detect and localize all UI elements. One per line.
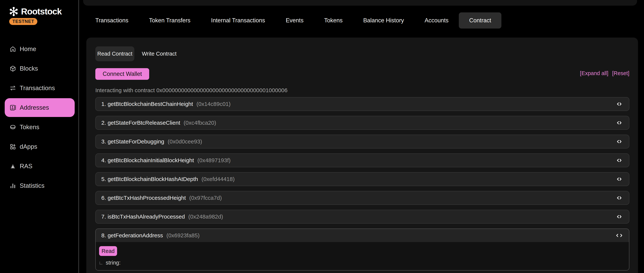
sidebar-item-label: Tokens [20,124,40,131]
sidebar-item-dapps[interactable]: dApps [5,137,75,156]
function-row-header[interactable]: 5. getBtcBlockchainBlockHashAtDepth (0xe… [96,173,629,186]
brand-name: Rootstock [21,6,62,17]
sidebar-item-label: dApps [20,143,37,150]
expand-all-link[interactable]: [Expand all] [580,70,608,76]
function-name: getBtcBlockchainInitialBlockHeight [108,157,194,163]
function-output-line: ∟ string: [99,260,120,266]
tab-internal-transactions[interactable]: Internal Transactions [201,13,276,29]
function-row-getbtcblockchainblockhashatdepth: 5. getBtcBlockchainBlockHashAtDepth (0xe… [95,172,629,186]
contract-panel: Read Contract Write Contract Connect Wal… [86,38,638,273]
tokens-icon [10,124,16,131]
function-row-getbtcblockchainbestchainheight: 1. getBtcBlockchainBestChainHeight (0x14… [95,97,629,111]
rootstock-logo[interactable]: Rootstock [9,6,62,17]
function-selector: (0x4897193f) [198,157,230,163]
tab-balance-history[interactable]: Balance History [353,13,414,29]
sidebar-item-transactions[interactable]: Transactions [5,79,75,97]
function-label: 2. getStateForBtcReleaseClient (0xc4fbca… [101,120,216,126]
reset-link[interactable]: [Reset] [612,70,629,76]
function-name: getBtcBlockchainBlockHashAtDepth [108,176,198,182]
addresses-icon [10,104,16,111]
function-selector: (0x14c89c01) [196,101,230,107]
function-selector: (0xefd44418) [202,176,235,182]
code-icon[interactable] [615,137,623,146]
function-label: 5. getBtcBlockchainBlockHashAtDepth (0xe… [101,176,234,182]
sidebar-item-home[interactable]: Home [5,40,75,58]
sidebar-item-label: Transactions [20,85,55,92]
connect-wallet-button[interactable]: Connect Wallet [95,68,149,80]
function-label: 6. getBtcTxHashProcessedHeight (0x97fcca… [101,195,222,201]
sidebar: Rootstock TESTNET Home Blocks Transactio… [0,0,78,273]
function-index: 1. [101,101,106,107]
tab-token-transfers[interactable]: Token Transfers [139,13,201,29]
read-button[interactable]: Read [99,246,117,256]
sidebar-item-statistics[interactable]: Statistics [5,176,75,195]
sidebar-item-ras[interactable]: RAS [5,157,75,176]
code-icon[interactable] [615,212,623,221]
function-index: 8. [101,232,106,238]
function-name: getBtcTxHashProcessedHeight [108,195,186,201]
function-label: 3. getStateForDebugging (0x0d0cee93) [101,138,202,145]
function-row-getbtctxhashprocessedheight: 6. getBtcTxHashProcessedHeight (0x97fcca… [95,191,629,205]
code-icon[interactable] [615,194,623,202]
function-row-header[interactable]: 8. getFederationAddress (0x6923fa85) [96,229,629,242]
function-row-getfederationaddress: 8. getFederationAddress (0x6923fa85) Rea… [95,228,629,270]
function-row-header[interactable]: 1. getBtcBlockchainBestChainHeight (0x14… [96,97,629,111]
sidebar-item-label: Home [20,46,36,53]
function-row-header[interactable]: 4. getBtcBlockchainInitialBlockHeight (0… [96,154,629,167]
statistics-icon [10,182,16,189]
tab-accounts[interactable]: Accounts [414,13,459,29]
function-row-header[interactable]: 2. getStateForBtcReleaseClient (0xc4fbca… [96,116,629,129]
code-icon[interactable] [615,119,623,127]
tab-write-contract[interactable]: Write Contract [134,46,184,61]
address-tabbar: Transactions Token Transfers Internal Tr… [85,13,502,29]
function-index: 5. [101,176,106,182]
tab-transactions[interactable]: Transactions [85,13,139,29]
sidebar-nav: Home Blocks Transactions Addresses Token… [0,40,78,196]
function-row-getstatefordebugging: 3. getStateForDebugging (0x0d0cee93) [95,135,629,149]
function-name: getBtcBlockchainBestChainHeight [108,101,193,107]
function-expanded-body: Read ∟ string: [96,242,629,270]
tab-tokens[interactable]: Tokens [314,13,353,29]
function-row-header[interactable]: 6. getBtcTxHashProcessedHeight (0x97fcca… [96,191,629,204]
tab-label: Token Transfers [149,17,190,24]
function-label: 1. getBtcBlockchainBestChainHeight (0x14… [101,101,230,107]
sidebar-item-blocks[interactable]: Blocks [5,59,75,78]
function-name: getStateForBtcReleaseClient [108,120,180,126]
tab-events[interactable]: Events [276,13,314,29]
transactions-icon [10,85,16,92]
function-selector: (0x0d0cee93) [168,138,202,145]
function-row-header[interactable]: 3. getStateForDebugging (0x0d0cee93) [96,135,629,148]
function-label: 8. getFederationAddress (0x6923fa85) [101,232,200,239]
function-name: getStateForDebugging [108,138,164,145]
function-list: 1. getBtcBlockchainBestChainHeight (0x14… [95,97,629,273]
code-icon[interactable] [615,156,623,164]
sidebar-item-label: RAS [20,163,32,170]
ras-icon [10,163,16,170]
function-index: 7. [101,213,106,220]
testnet-badge: TESTNET [9,18,37,25]
code-icon[interactable] [615,175,623,183]
function-row-header[interactable]: 7. isBtcTxHashAlreadyProcessed (0x248a98… [96,210,629,223]
code-wide-icon[interactable] [615,231,623,239]
function-index: 3. [101,138,106,145]
function-index: 4. [101,157,106,163]
sidebar-item-addresses[interactable]: Addresses [5,98,75,117]
tab-label: Events [286,17,304,24]
output-type-label: string: [106,260,120,266]
write-contract-label: Write Contract [142,51,176,57]
function-index: 6. [101,195,106,201]
function-selector: (0xc4fbca20) [184,120,216,126]
interacting-with-contract-text: Interacting with contract 0x000000000000… [95,87,288,94]
sidebar-item-tokens[interactable]: Tokens [5,118,75,137]
function-row-isbtctxhashalreadyprocessed: 7. isBtcTxHashAlreadyProcessed (0x248a98… [95,210,629,224]
function-label: 7. isBtcTxHashAlreadyProcessed (0x248a98… [101,213,223,220]
sidebar-item-label: Blocks [20,65,38,72]
tab-label: Balance History [363,17,404,24]
function-index: 2. [101,120,106,126]
rootstock-logo-icon [9,6,19,17]
tab-read-contract[interactable]: Read Contract [95,46,134,61]
contract-subtabs: Read Contract Write Contract [95,46,184,61]
code-icon[interactable] [615,100,623,108]
tab-contract[interactable]: Contract [459,13,502,29]
previous-panel-edge [83,0,637,6]
